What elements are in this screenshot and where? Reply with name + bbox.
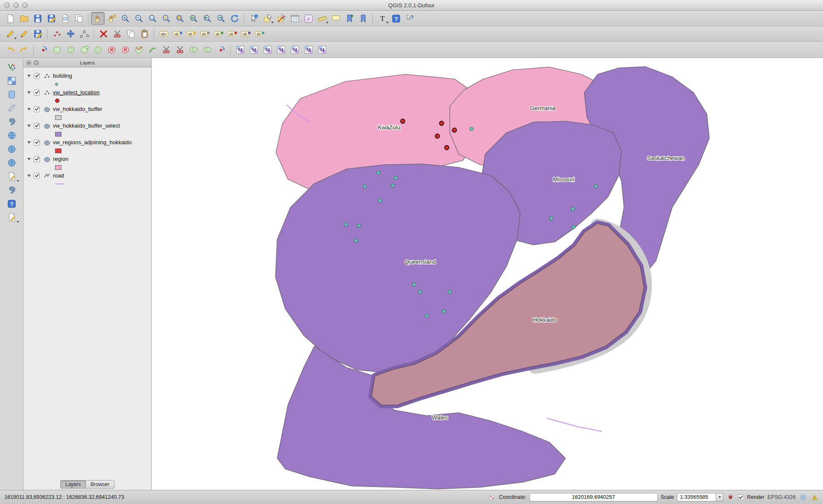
highlight-pinned-labels-icon[interactable] [184,28,198,41]
save-project-as-icon[interactable] [44,12,58,25]
add-vector-layer-icon[interactable] [3,61,20,74]
save-project-icon[interactable] [31,12,44,25]
cut-features-icon[interactable] [110,28,124,41]
rotate-label-icon[interactable] [225,28,239,41]
layer-label[interactable]: road [53,172,64,179]
add-wfs-layer-icon[interactable] [3,156,20,169]
add-part-icon[interactable] [77,44,91,56]
label-diagram-icon[interactable] [252,28,266,41]
pin-labels-icon[interactable] [170,28,184,41]
zoom-actual-icon[interactable] [146,12,159,25]
layer-row-vw-hokkaido-buffer[interactable]: vw_hokkaido_buffer [23,105,151,114]
rotate-point-symbols-icon[interactable] [214,44,228,56]
layer-row-building[interactable]: building [23,71,151,80]
layer-checkbox[interactable] [34,173,40,179]
split-features-icon[interactable] [159,44,173,56]
change-label-properties-icon[interactable] [239,28,252,41]
layer-label[interactable]: region [53,156,68,162]
current-edits-icon[interactable] [3,28,17,41]
layer-checkbox[interactable] [34,123,40,129]
zoom-window-button[interactable] [22,3,28,8]
simplify-feature-icon[interactable] [50,44,64,56]
new-spatialite-layer-icon[interactable] [3,211,20,224]
node-tool-icon[interactable] [77,28,91,41]
deselect-features-icon[interactable] [274,12,288,25]
add-wms-layer-icon[interactable] [3,129,20,142]
expand-triangle-icon[interactable] [27,91,31,94]
copy-features-icon[interactable] [124,28,138,41]
pan-to-selection-icon[interactable] [105,12,118,25]
layer-label[interactable]: building [53,73,72,79]
delete-part-icon[interactable] [118,44,132,56]
add-mssql-layer-icon[interactable] [3,115,20,128]
undock-panel-icon[interactable] [34,60,39,65]
undo-icon[interactable] [3,44,17,56]
new-project-icon[interactable] [3,12,17,25]
identify-icon[interactable] [247,12,261,25]
crs-status-icon[interactable] [799,493,807,501]
labeling-icon[interactable] [157,28,170,41]
expand-triangle-icon[interactable] [27,158,31,160]
layer-label[interactable]: vw_select_location [53,89,100,96]
layer-row-region[interactable]: region [23,154,151,163]
toggle-editing-icon[interactable] [17,28,31,41]
mmqgis-2-icon[interactable] [247,44,261,56]
offset-curve-icon[interactable] [146,44,159,56]
tab-browser[interactable]: Browser [86,480,114,489]
zoom-last-icon[interactable] [200,12,214,25]
metasearch-icon[interactable] [3,197,20,210]
coordinate-input[interactable] [530,493,658,501]
layer-row-vw-select-location[interactable]: vw_select_location [23,88,151,97]
merge-attributes-icon[interactable] [200,44,214,56]
help-contents-icon[interactable] [389,12,403,25]
expand-triangle-icon[interactable] [27,141,31,144]
expand-triangle-icon[interactable] [27,75,31,77]
layer-checkbox[interactable] [34,90,40,96]
layer-label[interactable]: vw_hokkaido_buffer_select [53,122,120,129]
mmqgis-7-icon[interactable] [315,44,329,56]
paste-features-icon[interactable] [138,28,151,41]
layer-checkbox[interactable] [34,73,40,79]
add-feature-icon[interactable] [50,28,64,41]
zoom-out-icon[interactable] [132,12,146,25]
close-window-button[interactable] [4,3,10,8]
mmqgis-5-icon[interactable] [288,44,302,56]
zoom-next-icon[interactable] [214,12,228,25]
expand-triangle-icon[interactable] [27,125,31,127]
mmqgis-1-icon[interactable] [233,44,247,56]
layer-checkbox[interactable] [34,106,40,112]
new-bookmark-icon[interactable] [343,12,356,25]
whats-this-icon[interactable] [403,12,416,25]
select-features-icon[interactable] [261,12,274,25]
split-parts-icon[interactable] [173,44,187,56]
tab-layers[interactable]: Layers [60,480,86,489]
show-hide-labels-icon[interactable] [198,28,211,41]
move-feature-icon[interactable] [64,28,77,41]
pan-map-icon[interactable] [91,12,105,25]
composer-manager-icon[interactable] [72,12,85,25]
merge-features-icon[interactable] [187,44,200,56]
map-canvas[interactable]: KwaZulu Germania Saskatchewan Missouri Q… [152,58,823,490]
scale-input[interactable] [677,493,716,501]
delete-selected-icon[interactable] [97,28,110,41]
minimize-window-button[interactable] [13,3,19,8]
zoom-to-layer-icon[interactable] [187,12,200,25]
layer-row-vw-hokkaido-buffer-select[interactable]: vw_hokkaido_buffer_select [23,121,151,130]
zoom-to-selection-icon[interactable] [173,12,187,25]
new-print-composer-icon[interactable] [58,12,72,25]
layer-row-vw-regions-adjoining-hokkaido[interactable]: vw_regions_adjoining_hokkaido [23,138,151,147]
layer-checkbox[interactable] [34,140,40,146]
field-calculator-icon[interactable] [302,12,315,25]
render-checkbox[interactable] [738,494,744,500]
show-bookmarks-icon[interactable] [356,12,370,25]
open-project-icon[interactable] [17,12,31,25]
add-postgis-layer-icon[interactable] [3,88,20,101]
save-layer-edits-icon[interactable] [31,28,44,41]
mmqgis-4-icon[interactable] [274,44,288,56]
mmqgis-6-icon[interactable] [302,44,315,56]
expand-triangle-icon[interactable] [27,175,31,177]
mmqgis-3-icon[interactable] [261,44,274,56]
extent-marker-icon[interactable] [487,493,496,501]
measure-line-icon[interactable] [315,12,329,25]
reshape-features-icon[interactable] [132,44,146,56]
